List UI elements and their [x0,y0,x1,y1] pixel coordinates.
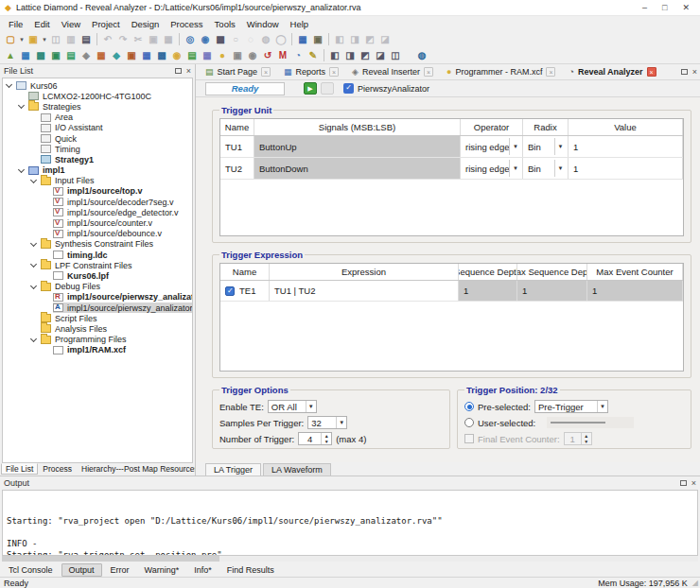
document-tab[interactable]: ◈ Reveal Inserter × [345,64,440,79]
expander-icon[interactable] [18,166,25,173]
console-tab[interactable]: Info* [187,564,219,576]
find-icon[interactable]: ◎ [183,32,198,46]
layout-restore-icon[interactable]: ◫ [388,48,403,62]
te-max-event-counter-cell[interactable]: 1 [587,281,683,301]
expander-icon[interactable] [30,240,37,247]
pre-selected-select[interactable]: Pre-Trigger ▼ [534,400,608,413]
open-icon[interactable]: ▣ [26,32,41,46]
close-panel-icon[interactable]: × [691,479,696,488]
tree-item[interactable]: impl1/RAM.xcf [3,345,192,355]
menu-item[interactable]: Tools [209,18,241,30]
tree-item[interactable]: impl1/source/decoder7seg.v [3,197,192,207]
zoom-fit-icon[interactable]: ◯ [273,32,289,46]
menu-item[interactable]: Edit [28,18,55,30]
eco-editor-icon[interactable]: ▣ [230,48,245,62]
menu-item[interactable]: Process [165,18,208,30]
console-tab[interactable]: Output [61,563,102,577]
document-tab[interactable]: ◔ Reveal Analyzer × [562,64,662,79]
separator[interactable] [96,33,97,45]
cross-probe-icon[interactable]: ▩ [213,32,228,46]
float-panel-icon[interactable] [681,69,688,75]
run-analyzer-button[interactable]: ▶ [304,82,317,95]
menu-item[interactable]: Project [86,18,126,30]
tu-value-cell[interactable]: 1 [569,136,683,157]
te-max-sequence-depth-cell[interactable]: 1 [517,281,587,301]
analyzer-view-tab[interactable]: LA Waveform [263,463,331,476]
stop-analyzer-button[interactable] [321,82,334,95]
device-view-icon[interactable]: ▦ [94,48,109,62]
layout-vertical-icon[interactable]: ◪ [373,48,388,62]
console-tab[interactable]: Error [104,564,136,576]
number-of-trigger-spinner[interactable]: 4 ▲▼ [298,432,332,445]
window-layout-3-icon[interactable]: ◩ [362,32,377,46]
radix-dropdown[interactable]: Bin ▼ [525,160,566,177]
menu-item[interactable]: File [3,18,28,30]
ncd-view-icon[interactable]: ◆ [109,48,124,62]
te-enable-checkbox[interactable] [225,286,235,296]
final-event-counter-spinner[interactable]: 1 ▲▼ [564,432,592,445]
save-all-icon[interactable]: ▥ [63,32,79,46]
tree-item[interactable]: impl1/source/edge_detector.v [3,207,192,217]
tree-item[interactable]: Strategy1 [3,154,192,164]
expander-icon[interactable] [30,261,37,268]
separator[interactable] [324,49,324,61]
separator[interactable] [328,33,329,45]
save-icon[interactable]: ◫ [48,32,63,46]
open-project-icon[interactable]: ▦ [18,48,33,62]
window-layout-1-icon[interactable]: ◧ [332,32,347,46]
float-panel-icon[interactable] [680,480,687,486]
tree-item[interactable]: impl1/source/counter.v [3,217,192,228]
panel-tab[interactable]: File List [1,463,38,475]
tab-close-icon[interactable]: × [424,67,433,77]
tree-item[interactable]: Input Files [3,176,192,186]
samples-per-trigger-select[interactable]: 32 ▼ [307,416,347,429]
enable-te-select[interactable]: OR All ▼ [268,400,317,413]
tree-item[interactable]: Quick [3,133,192,144]
run-manager-icon[interactable]: ◉ [245,48,260,62]
print-icon[interactable]: ▤ [79,32,94,46]
epic-view-icon[interactable]: ▩ [154,48,169,62]
menu-item[interactable]: Window [241,18,285,30]
zoom-area-icon[interactable]: ◍ [258,32,273,46]
tree-item[interactable]: impl1/source/pierwszy_analizator.rva [im… [3,303,192,313]
tree-item[interactable]: Strategies [3,101,192,112]
tree-item[interactable]: Kurs06.lpf [3,270,192,281]
options-icon[interactable]: ▦ [295,32,310,46]
radix-dropdown[interactable]: Bin ▼ [525,138,566,155]
expander-icon[interactable] [30,177,37,183]
expander-icon[interactable] [18,102,25,109]
float-panel-icon[interactable] [175,68,182,74]
tree-item[interactable]: impl1/source/debounce.v [3,229,192,239]
tab-close-icon[interactable]: × [329,67,339,77]
tree-item[interactable]: impl1/source/pierwszy_analizator.rvl [3,292,192,303]
tu-signals-cell[interactable]: ButtonUp [254,136,461,157]
layout-tile-icon[interactable]: ◧ [327,48,342,62]
window-layout-2-icon[interactable]: ◨ [347,32,362,46]
tab-close-icon[interactable]: × [261,67,271,77]
physical-view-icon[interactable]: ▦ [139,48,154,62]
new-icon[interactable]: ▢ [3,32,18,46]
tree-item[interactable]: Analysis Files [3,323,192,334]
document-tab[interactable]: ▦ Reports × [277,64,345,79]
console-tab[interactable]: Tcl Console [2,564,60,576]
close-panel-icon[interactable]: × [692,68,697,77]
expander-icon[interactable] [6,81,12,88]
cut-icon[interactable]: ✂ [131,32,146,46]
tu-value-cell[interactable]: 1 [569,158,683,179]
panel-tab[interactable]: Process [38,463,77,475]
tree-item[interactable]: LPF Constraint Files [3,260,192,270]
user-selected-radio[interactable] [464,418,474,427]
tree-item[interactable]: impl1 [3,165,192,176]
tree-item[interactable]: timing.ldc [3,250,192,260]
output-console[interactable]: Starting: "rva_project open "D:/Lattice/… [2,490,698,556]
tree-item[interactable]: Programming Files [3,335,192,345]
te-expression-cell[interactable]: TU1 | TU2 [270,281,459,301]
resize-grip-icon[interactable]: ◢ [692,579,698,587]
netlist-view-icon[interactable]: ▤ [63,48,79,62]
expander-icon[interactable] [30,336,37,342]
operator-dropdown[interactable]: rising edge ▼ [463,138,520,155]
tree-item[interactable]: Timing [3,144,192,154]
layout-cascade-icon[interactable]: ◨ [342,48,358,62]
zoom-out-icon[interactable]: ◌ [243,32,258,46]
close-panel-icon[interactable]: × [186,67,191,76]
